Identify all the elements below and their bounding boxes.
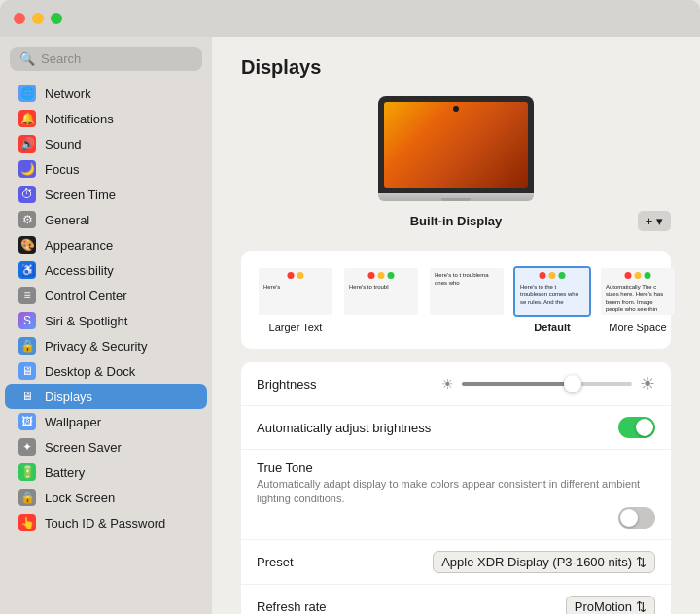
appearance-label: Appearance xyxy=(45,238,113,253)
sidebar-item-touchid[interactable]: 👆 Touch ID & Password xyxy=(5,510,207,535)
general-label: General xyxy=(45,213,89,227)
settings-panel: Brightness ☀ ☀ Automatically adjust brig… xyxy=(241,362,671,614)
screentime-label: Screen Time xyxy=(45,188,116,202)
sidebar-item-wallpaper[interactable]: 🖼 Wallpaper xyxy=(5,409,207,434)
chevron-icon: ⇅ xyxy=(636,555,647,569)
maximize-button[interactable] xyxy=(51,13,62,24)
setting-sublabel-true-tone: Automatically adapt display to make colo… xyxy=(257,477,655,507)
brightness-low-icon: ☀ xyxy=(441,376,454,392)
general-icon: ⚙ xyxy=(18,211,36,228)
setting-label-auto-brightness: Automatically adjust brightness xyxy=(257,421,431,435)
sidebar-item-controlcenter[interactable]: ≡ Control Center xyxy=(5,283,207,308)
setting-label-true-tone: True Tone xyxy=(257,460,655,475)
sidebar-item-lockscreen[interactable]: 🔒 Lock Screen xyxy=(5,485,207,510)
content-area: Displays Built-in Display + ▾ Here'sLarg… xyxy=(212,37,700,614)
sidebar-item-privacy[interactable]: 🔒 Privacy & Security xyxy=(5,333,207,358)
network-label: Network xyxy=(45,86,91,101)
appearance-icon: 🎨 xyxy=(18,236,36,254)
sound-icon: 🔊 xyxy=(18,135,36,153)
chevron-icon: ⇅ xyxy=(636,599,647,614)
sidebar-item-screentime[interactable]: ⏱ Screen Time xyxy=(5,182,207,207)
macbook-base xyxy=(378,193,534,201)
sidebar-item-notifications[interactable]: 🔔 Notifications xyxy=(5,106,207,131)
screensaver-icon: ✦ xyxy=(18,438,36,456)
wallpaper-label: Wallpaper xyxy=(45,415,101,429)
controlcenter-label: Control Center xyxy=(45,289,127,303)
setting-label-preset: Preset xyxy=(257,555,294,569)
lockscreen-label: Lock Screen xyxy=(45,491,115,505)
battery-icon: 🔋 xyxy=(18,463,36,481)
screen-display xyxy=(384,102,528,188)
res-label-larger-text: Larger Text xyxy=(269,322,323,333)
macbook-graphic xyxy=(378,96,534,201)
dropdown-value-preset: Apple XDR Display (P3-1600 nits) xyxy=(441,555,632,569)
sidebar-item-siri[interactable]: S Siri & Spotlight xyxy=(5,308,207,333)
add-display-button[interactable]: + ▾ xyxy=(638,211,671,231)
sidebar-item-network[interactable]: 🌐 Network xyxy=(5,81,207,106)
lockscreen-icon: 🔒 xyxy=(18,489,36,506)
search-input[interactable] xyxy=(41,51,192,66)
res-option-more-space[interactable]: Automatically The c sizes here. Here's h… xyxy=(599,266,677,333)
siri-label: Siri & Spotlight xyxy=(45,314,127,328)
sidebar-item-desktop[interactable]: 🖥 Desktop & Dock xyxy=(5,358,207,384)
main-layout: 🔍 🌐 Network 🔔 Notifications 🔊 Sound 🌙 Fo… xyxy=(0,37,700,614)
brightness-high-icon: ☀ xyxy=(640,373,655,394)
desktop-label: Desktop & Dock xyxy=(45,364,135,379)
res-label-more-space: More Space xyxy=(609,322,666,333)
setting-row-true-tone: True ToneAutomatically adapt display to … xyxy=(241,450,671,540)
sidebar-item-displays[interactable]: 🖥 Displays xyxy=(5,384,207,409)
brightness-track[interactable] xyxy=(462,382,632,386)
sidebar-item-focus[interactable]: 🌙 Focus xyxy=(5,156,207,182)
sidebar-item-sound[interactable]: 🔊 Sound xyxy=(5,131,207,156)
dropdown-preset[interactable]: Apple XDR Display (P3-1600 nits) ⇅ xyxy=(433,551,655,573)
display-label-row: Built-in Display + ▾ xyxy=(241,211,671,231)
setting-row-auto-brightness: Automatically adjust brightness xyxy=(241,406,671,450)
controlcenter-icon: ≡ xyxy=(18,287,36,304)
sound-label: Sound xyxy=(45,137,82,152)
accessibility-label: Accessibility xyxy=(45,263,114,278)
focus-icon: 🌙 xyxy=(18,160,36,178)
toggle-true-tone[interactable] xyxy=(618,507,655,529)
notifications-icon: 🔔 xyxy=(18,110,36,127)
displays-icon: 🖥 xyxy=(18,388,36,405)
setting-row-refresh-rate: Refresh rateProMotion ⇅ xyxy=(241,585,671,614)
sidebar-item-general[interactable]: ⚙ General xyxy=(5,207,207,232)
res-option-larger-text[interactable]: Here'sLarger Text xyxy=(257,266,334,333)
res-label-default: Default xyxy=(534,322,570,333)
close-button[interactable] xyxy=(14,13,25,24)
notifications-label: Notifications xyxy=(45,112,114,126)
setting-row-brightness: Brightness ☀ ☀ xyxy=(241,362,671,406)
screensaver-label: Screen Saver xyxy=(45,440,122,455)
res-option-option2[interactable]: Here's to troubl xyxy=(342,266,420,317)
sidebar-item-battery[interactable]: 🔋 Battery xyxy=(5,460,207,485)
accessibility-icon: ♿ xyxy=(18,261,36,279)
touchid-label: Touch ID & Password xyxy=(45,516,165,530)
title-bar xyxy=(0,0,700,37)
privacy-label: Privacy & Security xyxy=(45,339,147,354)
sidebar-item-screensaver[interactable]: ✦ Screen Saver xyxy=(5,434,207,460)
minimize-button[interactable] xyxy=(32,13,44,24)
res-option-default[interactable]: Here's to the t troubleson comes who se … xyxy=(513,266,591,333)
siri-icon: S xyxy=(18,312,36,329)
displays-label: Displays xyxy=(45,390,92,404)
setting-label-refresh-rate: Refresh rate xyxy=(257,599,327,614)
resolution-options: Here'sLarger TextHere's to troublHere's … xyxy=(257,266,655,333)
display-label: Built-in Display xyxy=(388,214,525,228)
toggle-auto-brightness[interactable] xyxy=(618,417,655,438)
search-bar[interactable]: 🔍 xyxy=(10,47,202,71)
dropdown-value-refresh-rate: ProMotion xyxy=(575,599,632,614)
touchid-icon: 👆 xyxy=(18,514,36,531)
dropdown-refresh-rate[interactable]: ProMotion ⇅ xyxy=(566,596,655,614)
wallpaper-icon: 🖼 xyxy=(18,413,36,430)
res-option-option3[interactable]: Here's to t troublema ones who xyxy=(428,266,506,317)
display-preview: Built-in Display + ▾ xyxy=(241,96,671,231)
privacy-icon: 🔒 xyxy=(18,337,36,355)
desktop-icon: 🖥 xyxy=(18,362,36,380)
sidebar-item-appearance[interactable]: 🎨 Appearance xyxy=(5,232,207,257)
screentime-icon: ⏱ xyxy=(18,186,36,203)
network-icon: 🌐 xyxy=(18,85,36,102)
sidebar-item-accessibility[interactable]: ♿ Accessibility xyxy=(5,257,207,283)
screen-frame xyxy=(378,96,534,193)
focus-label: Focus xyxy=(45,162,79,177)
setting-row-preset: PresetApple XDR Display (P3-1600 nits) ⇅ xyxy=(241,540,671,585)
